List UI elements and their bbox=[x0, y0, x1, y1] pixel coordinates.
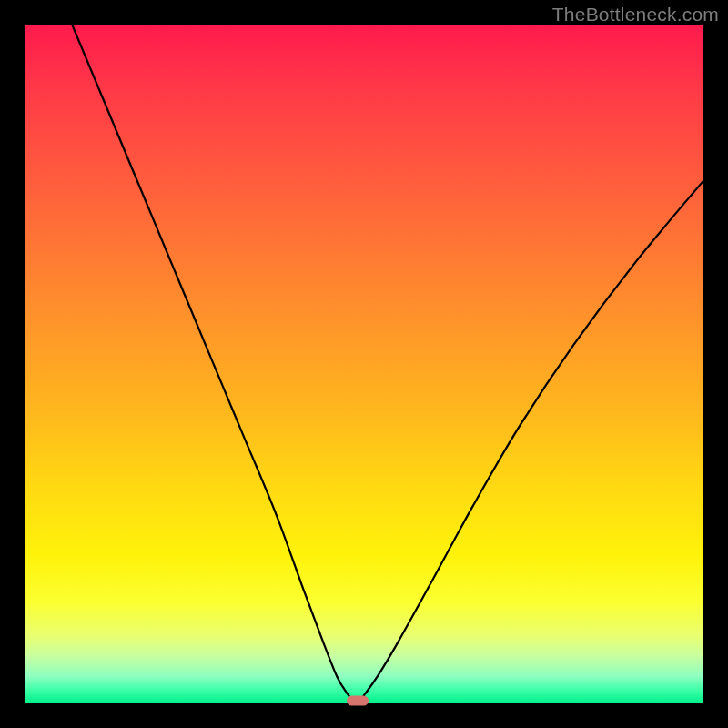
watermark-text: TheBottleneck.com bbox=[552, 4, 719, 25]
chart-frame: TheBottleneck.com bbox=[0, 0, 728, 728]
bottleneck-curve bbox=[25, 25, 703, 703]
plot-area bbox=[25, 25, 703, 703]
optimal-point-marker bbox=[347, 696, 369, 706]
